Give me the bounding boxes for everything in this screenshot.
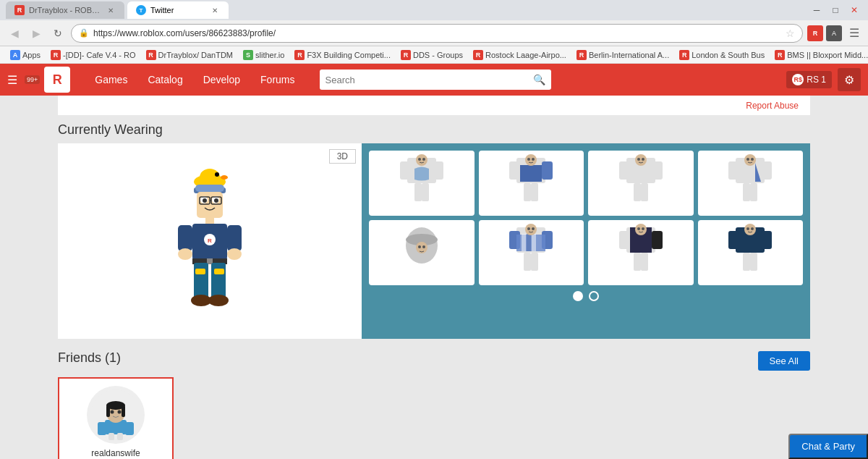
svg-rect-72 — [532, 234, 536, 251]
wearing-items-panel — [362, 143, 810, 339]
svg-point-28 — [191, 295, 211, 306]
report-abuse-link[interactable]: Report Abuse — [746, 101, 799, 111]
see-all-button[interactable]: See All — [758, 351, 810, 371]
r-bm-icon-2: R — [146, 50, 156, 60]
bookmark-roblox-4[interactable]: R DDS - Groups — [396, 48, 467, 62]
nav-games[interactable]: Games — [85, 64, 137, 96]
items-grid — [369, 151, 803, 285]
url-text: https://www.roblox.com/users/86623883/pr… — [93, 28, 781, 38]
tab-active-close[interactable]: ✕ — [210, 5, 220, 15]
svg-rect-88 — [728, 231, 739, 249]
svg-rect-31 — [400, 161, 411, 180]
bookmark-roblox-3[interactable]: R F3X Building Competi... — [290, 48, 395, 62]
item-cell-7[interactable] — [588, 220, 694, 285]
bookmark-roblox-5[interactable]: R Rostock Laage-Airpo... — [469, 48, 571, 62]
ext-other-icon[interactable]: A — [826, 25, 842, 41]
svg-point-37 — [422, 158, 425, 161]
nav-catalog[interactable]: Catalog — [137, 64, 192, 96]
svg-rect-102 — [122, 405, 125, 417]
bookmark-star-icon[interactable]: ☆ — [786, 28, 795, 39]
bookmark-roblox-1[interactable]: R -[DD]- Cafe V.4 - RO — [46, 48, 140, 62]
refresh-button[interactable]: ↻ — [49, 25, 67, 42]
svg-point-65 — [418, 245, 421, 248]
bookmark-roblox-6[interactable]: R Berlin-International A... — [572, 48, 673, 62]
settings-button[interactable]: ⚙ — [838, 68, 861, 91]
svg-rect-41 — [524, 183, 531, 201]
svg-rect-23 — [207, 258, 213, 264]
svg-rect-90 — [743, 253, 750, 271]
item-cell-2[interactable] — [479, 151, 584, 216]
roblox-logo[interactable]: R — [44, 67, 70, 93]
search-bar[interactable]: 🔍 — [320, 70, 551, 90]
bookmark-roblox-2[interactable]: R DrTrayblox/ DanTDM — [142, 48, 238, 62]
r-bm-icon-4: R — [401, 50, 411, 60]
carousel-dot-1[interactable] — [573, 291, 583, 301]
svg-rect-98 — [125, 422, 134, 435]
svg-rect-97 — [98, 422, 106, 435]
tab-inactive-close[interactable]: ✕ — [106, 5, 116, 15]
bookmark-apps[interactable]: A Apps — [6, 48, 45, 62]
svg-point-59 — [744, 154, 756, 166]
item-cell-3[interactable] — [588, 151, 694, 216]
item-cell-5[interactable] — [369, 220, 475, 285]
tab-inactive-label: DrTrayblox - ROBLOX — [29, 6, 101, 14]
item-cell-8[interactable] — [698, 220, 804, 285]
svg-rect-5 — [195, 185, 224, 192]
carousel-dot-2[interactable] — [589, 291, 599, 301]
back-button[interactable]: ◀ — [6, 25, 23, 42]
search-input[interactable] — [326, 75, 533, 85]
bookmark-slither[interactable]: S slither.io — [239, 48, 289, 62]
search-icon[interactable]: 🔍 — [533, 74, 545, 85]
friend-avatar-figure-1 — [90, 389, 141, 440]
friend-card-1[interactable]: realdanswife — [58, 377, 174, 459]
svg-point-44 — [527, 158, 530, 161]
svg-point-77 — [532, 227, 535, 230]
address-box[interactable]: 🔒 https://www.roblox.com/users/86623883/… — [71, 24, 803, 43]
svg-rect-42 — [531, 183, 538, 201]
bookmark-roblox-7[interactable]: R London & South Bus — [675, 48, 769, 62]
svg-rect-56 — [761, 161, 772, 180]
robux-count: RS 1 — [807, 75, 826, 85]
ext-roblox-icon[interactable]: R — [807, 25, 823, 41]
svg-rect-47 — [619, 161, 630, 180]
maximize-button[interactable]: □ — [827, 4, 843, 17]
currently-wearing-title: Currently Wearing — [58, 122, 810, 138]
svg-point-84 — [635, 224, 647, 235]
tab-inactive[interactable]: R DrTrayblox - ROBLOX ✕ — [6, 1, 124, 19]
item-cell-4[interactable] — [698, 151, 804, 216]
close-button[interactable]: ✕ — [846, 4, 862, 17]
item-figure-8 — [725, 224, 775, 282]
svg-point-45 — [532, 158, 535, 161]
3d-button[interactable]: 3D — [329, 149, 356, 164]
svg-rect-91 — [750, 253, 757, 271]
forward-button[interactable]: ▶ — [27, 25, 45, 42]
svg-point-52 — [637, 158, 640, 161]
browser-menu-icon[interactable]: ☰ — [846, 25, 862, 41]
minimize-button[interactable]: ─ — [809, 4, 825, 17]
tab-active-label: Twitter — [150, 6, 174, 14]
nav-forums[interactable]: Forums — [250, 64, 305, 96]
notification-badge[interactable]: 99+ — [25, 75, 40, 84]
bookmark-roblox-8[interactable]: R BMS || Bloxport Midd... — [770, 48, 868, 62]
tab-inactive-favicon: R — [14, 5, 25, 15]
svg-rect-18 — [178, 225, 192, 251]
svg-rect-71 — [527, 234, 531, 251]
r-bm-icon-8: R — [775, 50, 785, 60]
svg-rect-27 — [214, 269, 224, 274]
nav-develop[interactable]: Develop — [193, 64, 250, 96]
item-cell-1[interactable] — [369, 151, 475, 216]
main-nav: Games Catalog Develop Forums — [85, 64, 305, 96]
chat-party-button[interactable]: Chat & Party — [788, 434, 868, 459]
item-cell-6[interactable] — [479, 220, 584, 285]
r-bm-label-6: Berlin-International A... — [589, 51, 669, 59]
r-bm-label-1: -[DD]- Cafe V.4 - RO — [63, 51, 135, 59]
bookmarks-bar: A Apps R -[DD]- Cafe V.4 - RO R DrTraybl… — [0, 46, 868, 64]
tab-active[interactable]: T Twitter ✕ — [127, 1, 229, 19]
svg-rect-101 — [106, 405, 110, 417]
robux-button[interactable]: R$ RS 1 — [786, 71, 832, 88]
apps-bm-icon: A — [10, 50, 20, 60]
friends-title: Friends (1) — [58, 350, 121, 366]
browser-titlebar: R DrTrayblox - ROBLOX ✕ T Twitter ✕ ─ □ … — [0, 0, 868, 20]
hamburger-menu[interactable]: ☰ — [7, 73, 17, 87]
svg-point-53 — [642, 158, 644, 161]
